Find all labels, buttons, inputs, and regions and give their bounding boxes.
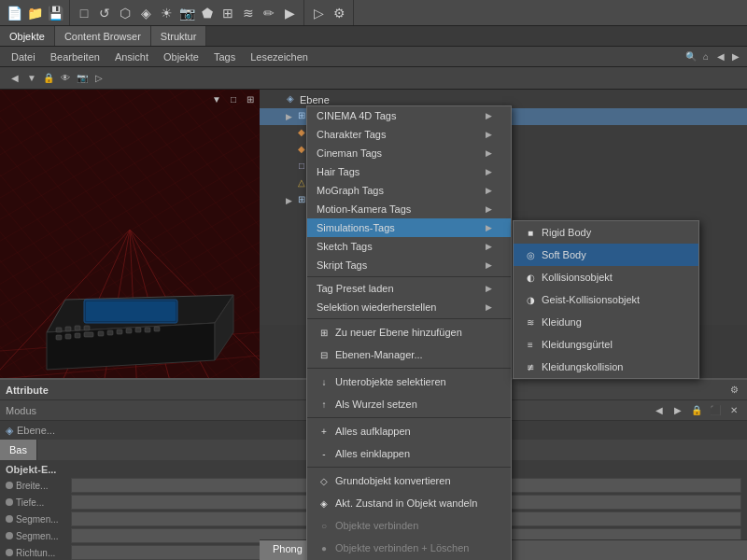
separator3 — [307, 368, 511, 369]
ctx-kleidung[interactable]: ≋ Kleidung — [514, 311, 698, 333]
separator5 — [307, 467, 511, 468]
ctx-wurzel[interactable]: ↑ Als Wurzel setzen — [307, 393, 511, 415]
ctx-zustand-wandeln[interactable]: ◈ Akt. Zustand in Objekt wandeln — [307, 492, 511, 514]
deformer-icon[interactable]: ◈ — [135, 3, 156, 23]
attr-obj-name: Ebene... — [17, 425, 55, 436]
attr-close-icon[interactable]: ✕ — [726, 403, 741, 418]
ctx-simulations-tags[interactable]: Simulations-Tags — [307, 218, 511, 237]
sketch-icon[interactable]: ✏ — [259, 3, 279, 23]
new-icon[interactable]: 📄 — [4, 3, 24, 23]
ctx-coll-icon: ◐ — [523, 270, 538, 285]
ctx-hair-tags[interactable]: Hair Tags — [307, 162, 511, 181]
ctx-alles-aufklappen[interactable]: + Alles aufklappen — [307, 420, 511, 442]
ctx-cineman-tags[interactable]: Cineman Tags — [307, 144, 511, 162]
mograph-icon[interactable]: ⊞ — [218, 3, 238, 23]
ctx-rigid-body[interactable]: ■ Rigid Body — [514, 221, 698, 244]
ctx-motion-kamera-tags[interactable]: Motion-Kamera Tags — [307, 200, 511, 218]
expand2-icon[interactable]: ▼ — [24, 71, 39, 86]
ctx-collapse-icon: - — [317, 446, 331, 461]
curve-icon[interactable]: ↺ — [94, 3, 115, 23]
menu-bar: Datei Bearbeiten Ansicht Objekte Tags Le… — [0, 47, 747, 67]
cube-icon[interactable]: □ — [74, 3, 94, 23]
ctx-sketch-tags[interactable]: Sketch Tags — [307, 237, 511, 256]
expand-icon[interactable]: ◀ — [7, 71, 22, 86]
ctx-charakter-tags[interactable]: Charakter Tags — [307, 125, 511, 144]
svg-rect-19 — [84, 326, 90, 330]
tab-struktur[interactable]: Struktur — [151, 26, 207, 46]
svg-rect-20 — [56, 335, 62, 340]
attr-nav-icon[interactable]: ◀ — [652, 403, 667, 418]
light-icon[interactable]: ☀ — [156, 3, 176, 23]
home-icon[interactable]: ⌂ — [698, 49, 713, 64]
dot-seg1 — [6, 515, 13, 523]
ctx-cinema4d-tags[interactable]: CINEMA 4D Tags — [307, 106, 511, 125]
svg-rect-29 — [145, 328, 150, 332]
attr-tab-bas[interactable]: Bas — [0, 440, 37, 460]
ctx-alles-einklappen[interactable]: - Alles einklappen — [307, 442, 511, 465]
nav-fwd-icon[interactable]: ▶ — [728, 49, 743, 64]
attr-lock2-icon[interactable]: 🔒 — [689, 403, 704, 418]
ctx-mograph-tags[interactable]: MoGraph Tags — [307, 181, 511, 200]
ctx-kollision[interactable]: ◐ Kollisionsobjekt — [514, 266, 698, 288]
motion-icon[interactable]: ▶ — [279, 3, 300, 23]
ctx-skript-tags[interactable]: Skript Tags — [307, 256, 511, 274]
render-icon[interactable]: ▷ — [308, 3, 329, 23]
open-icon[interactable]: 📁 — [24, 3, 45, 23]
render2-icon[interactable]: ▷ — [92, 71, 106, 86]
eye-icon[interactable]: 👁 — [58, 71, 73, 86]
save-icon[interactable]: 💾 — [45, 3, 65, 23]
ctx-zu-neuer-ebene[interactable]: ⊞ Zu neuer Ebene hinzufügen — [307, 321, 511, 343]
ctx-tag-preset[interactable]: Tag Preset laden — [307, 279, 511, 298]
tab-objekte[interactable]: Objekte — [0, 26, 55, 46]
hair-icon[interactable]: ≋ — [238, 3, 259, 23]
ctx-selektion[interactable]: Selektion wiederherstellen — [307, 298, 511, 316]
ctx-merge-icon: ○ — [317, 518, 331, 533]
ctx-kleidungsguert[interactable]: ≡ Kleidungsgürtel — [514, 333, 698, 356]
vp-filter-icon[interactable]: ⊞ — [243, 91, 258, 106]
menu-objekte[interactable]: Objekte — [156, 49, 206, 64]
menu-datei[interactable]: Datei — [4, 49, 43, 64]
menu-lesezeichen[interactable]: Lesezeichen — [243, 49, 316, 64]
ctx-ebenen-manager[interactable]: ⊟ Ebenen-Manager... — [307, 343, 511, 366]
ctx-mergedel-icon: ● — [317, 540, 331, 555]
lock-icon[interactable]: 🔒 — [41, 71, 56, 86]
search-icon[interactable]: 🔍 — [684, 49, 698, 64]
ctx-belt-icon: ≡ — [523, 337, 538, 352]
svg-rect-24 — [98, 331, 104, 336]
dot-richt — [6, 549, 13, 556]
vp-view-icon[interactable]: ▼ — [209, 91, 224, 106]
menu-bearbeiten[interactable]: Bearbeiten — [43, 49, 107, 64]
separator1 — [307, 276, 511, 277]
ctx-soft-icon: ◎ — [523, 247, 538, 262]
menu-ansicht[interactable]: Ansicht — [107, 49, 156, 64]
tab-content-browser[interactable]: Content Browser — [55, 26, 151, 46]
vp-display-icon[interactable]: □ — [226, 91, 241, 106]
attr-expand-icon[interactable]: ⬛ — [708, 403, 723, 418]
attr-fwd-icon[interactable]: ▶ — [670, 403, 685, 418]
dot-breite — [6, 482, 13, 489]
ctx-verbinden[interactable]: ○ Objekte verbinden — [307, 514, 511, 537]
ctx-geist-kollision[interactable]: ◑ Geist-Kollisionsobjekt — [514, 288, 698, 311]
ctx-kleidungskoll[interactable]: ≢ Kleidungskollision — [514, 356, 698, 378]
simulations-submenu: ■ Rigid Body ◎ Soft Body ◐ Kollisi — [513, 220, 699, 379]
ctx-konvertieren[interactable]: ◇ Grundobjekt konvertieren — [307, 469, 511, 492]
menu-tags[interactable]: Tags — [206, 49, 243, 64]
ctx-soft-body[interactable]: ◎ Soft Body — [514, 244, 698, 266]
ctx-unterobjekte[interactable]: ↓ Unterobjekte selektieren — [307, 371, 511, 393]
ctx-verbinden-loeschen[interactable]: ● Objekte verbinden + Löschen — [307, 537, 511, 559]
nav-back-icon[interactable]: ◀ — [713, 49, 728, 64]
render-settings-icon[interactable]: ⚙ — [329, 3, 349, 23]
cam-icon[interactable]: 📷 — [75, 71, 90, 86]
attr-settings-icon[interactable]: ⚙ — [726, 383, 741, 398]
expand-arrow-c4dtags: ▶ — [286, 112, 295, 121]
camera-icon[interactable]: 📷 — [176, 3, 197, 23]
scene-icon[interactable]: ⬟ — [197, 3, 218, 23]
nurbs-icon[interactable]: ⬡ — [115, 3, 135, 23]
context-menu-main: CINEMA 4D Tags Charakter Tags Cineman Ta… — [306, 105, 512, 560]
obj-icon-ebene: ◈ — [284, 93, 297, 106]
render-tools: ▷ ⚙ — [304, 0, 354, 25]
svg-rect-21 — [65, 334, 71, 339]
dot-tiefe — [6, 498, 13, 506]
object-tools: □ ↺ ⬡ ◈ ☀ 📷 ⬟ ⊞ ≋ ✏ ▶ — [70, 0, 304, 25]
svg-rect-27 — [126, 329, 132, 333]
